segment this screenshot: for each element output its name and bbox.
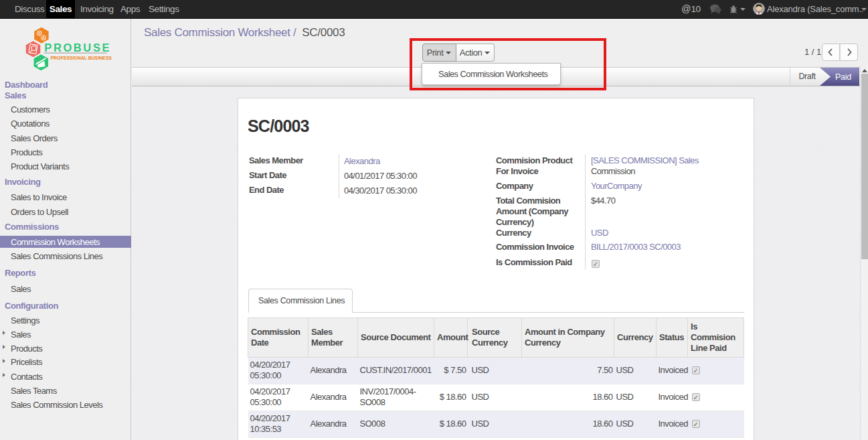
svg-text:Paid: Paid — [835, 72, 851, 82]
svg-text:PROBUSE: PROBUSE — [44, 42, 111, 54]
svg-text:PROFESSIONAL BUSINESS: PROFESSIONAL BUSINESS — [51, 56, 112, 60]
